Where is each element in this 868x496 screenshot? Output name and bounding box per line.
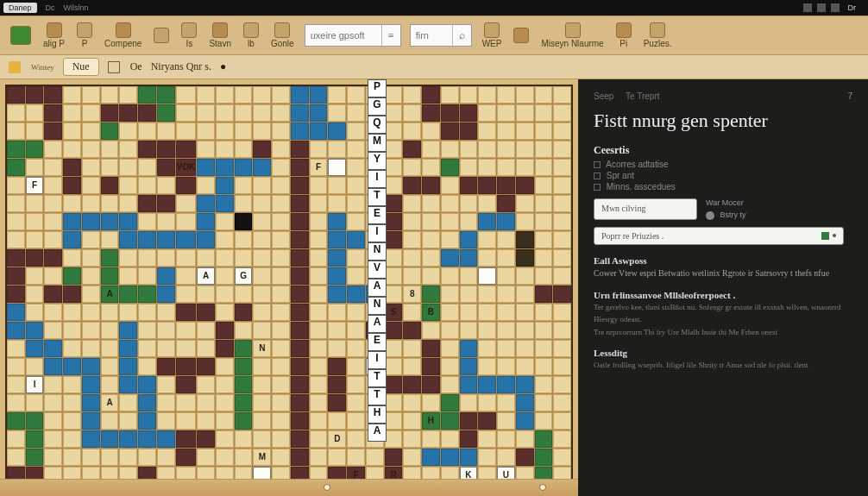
- grid-cell[interactable]: [63, 340, 81, 357]
- grid-cell[interactable]: [553, 340, 571, 357]
- grid-cell[interactable]: [119, 267, 137, 285]
- grid-cell[interactable]: [291, 394, 309, 411]
- grid-cell[interactable]: [422, 104, 440, 122]
- grid-cell[interactable]: [253, 304, 271, 321]
- grid-cell[interactable]: [403, 104, 421, 122]
- grid-cell[interactable]: [197, 322, 215, 339]
- grid-cell[interactable]: [82, 394, 100, 411]
- grid-cell[interactable]: [310, 358, 328, 375]
- grid-cell[interactable]: [216, 141, 234, 158]
- grid-cell[interactable]: [422, 231, 440, 248]
- grid-cell[interactable]: [119, 449, 137, 466]
- grid-cell[interactable]: [497, 340, 515, 357]
- grid-cell[interactable]: [497, 449, 515, 466]
- grid-cell[interactable]: [176, 358, 197, 375]
- grid-cell[interactable]: [26, 430, 44, 448]
- grid-cell[interactable]: [216, 104, 234, 122]
- grid-cell[interactable]: [478, 141, 496, 158]
- grid-cell[interactable]: [82, 104, 100, 122]
- grid-cell[interactable]: [119, 213, 137, 230]
- letter-cell[interactable]: H: [368, 405, 387, 424]
- grid-cell[interactable]: [63, 86, 81, 104]
- grid-cell[interactable]: [422, 286, 440, 303]
- grid-cell[interactable]: [7, 249, 25, 267]
- grid-cell[interactable]: [403, 376, 421, 393]
- grid-cell[interactable]: [235, 231, 253, 248]
- grid-cell[interactable]: [82, 286, 100, 303]
- grid-cell[interactable]: [553, 267, 571, 285]
- grid-cell[interactable]: [422, 394, 440, 411]
- grid-cell[interactable]: [44, 412, 62, 430]
- ribbon-btn-lb[interactable]: lb: [238, 21, 264, 50]
- grid-cell[interactable]: [310, 376, 328, 393]
- grid-cell[interactable]: [101, 177, 119, 194]
- ribbon-btn-stavn[interactable]: Stavn: [204, 21, 236, 50]
- grid-cell[interactable]: [385, 394, 403, 411]
- grid-cell[interactable]: [157, 177, 175, 194]
- grid-cell[interactable]: [460, 322, 478, 339]
- grid-cell[interactable]: [403, 177, 421, 194]
- grid-cell[interactable]: [460, 195, 478, 212]
- grid-cell[interactable]: [328, 231, 346, 248]
- grid-cell[interactable]: [216, 449, 234, 466]
- toggle-dot-icon[interactable]: [706, 211, 714, 220]
- grid-cell[interactable]: [216, 286, 234, 303]
- search-magnify-icon[interactable]: ⌕: [452, 25, 471, 46]
- grid-cell[interactable]: [7, 267, 25, 285]
- grid-cell[interactable]: [272, 177, 290, 194]
- grid-cell[interactable]: [385, 159, 403, 176]
- grid-cell[interactable]: [235, 104, 253, 122]
- grid-cell[interactable]: [403, 412, 421, 430]
- grid-cell[interactable]: [44, 249, 62, 267]
- grid-cell[interactable]: [553, 394, 571, 411]
- grid-cell[interactable]: [291, 358, 309, 375]
- grid-cell[interactable]: [44, 213, 62, 230]
- grid-cell[interactable]: [197, 213, 215, 230]
- grid-cell[interactable]: [272, 304, 290, 321]
- grid-cell[interactable]: [478, 195, 496, 212]
- grid-cell[interactable]: [535, 358, 553, 375]
- grid-cell[interactable]: [63, 231, 81, 248]
- grid-cell[interactable]: [101, 122, 119, 140]
- grid-cell[interactable]: [422, 159, 440, 176]
- ribbon-tail-puzzles[interactable]: Puzles.: [638, 21, 677, 50]
- grid-cell[interactable]: [291, 141, 309, 158]
- grid-cell[interactable]: [347, 86, 365, 104]
- grid-cell[interactable]: [138, 231, 156, 248]
- grid-cell[interactable]: [176, 177, 197, 194]
- grid-cell[interactable]: [328, 159, 346, 176]
- grid-cell[interactable]: [7, 358, 25, 375]
- grid-cell[interactable]: [216, 122, 234, 140]
- grid-cell[interactable]: [422, 195, 440, 212]
- grid-cell[interactable]: [235, 286, 253, 303]
- grid-cell[interactable]: [63, 322, 81, 339]
- grid-cell[interactable]: [497, 286, 515, 303]
- check-icon-2[interactable]: [594, 173, 601, 179]
- grid-cell[interactable]: [460, 358, 478, 375]
- grid-cell[interactable]: [101, 449, 119, 466]
- grid-cell[interactable]: [478, 231, 496, 248]
- grid-cell[interactable]: [253, 141, 271, 158]
- grid-cell[interactable]: [253, 286, 271, 303]
- grid-cell[interactable]: [119, 322, 137, 339]
- letter-cell[interactable]: A: [368, 424, 387, 442]
- grid-cell[interactable]: [7, 340, 25, 357]
- grid-cell[interactable]: [7, 449, 25, 466]
- grid-cell[interactable]: [478, 86, 496, 104]
- grid-cell[interactable]: [119, 340, 137, 357]
- grid-cell[interactable]: [385, 141, 403, 158]
- letter-cell[interactable]: G: [368, 97, 387, 116]
- grid-cell[interactable]: VOK: [176, 159, 197, 176]
- grid-cell[interactable]: [422, 122, 440, 140]
- search-input-1[interactable]: [305, 30, 381, 41]
- grid-cell[interactable]: [422, 340, 440, 357]
- grid-cell[interactable]: [176, 304, 197, 321]
- grid-cell[interactable]: [516, 412, 534, 430]
- grid-cell[interactable]: [216, 358, 234, 375]
- grid-cell[interactable]: [422, 86, 440, 104]
- grid-cell[interactable]: [441, 449, 459, 466]
- grid-cell[interactable]: [385, 122, 403, 140]
- grid-cell[interactable]: I: [26, 376, 44, 393]
- grid-cell[interactable]: [403, 213, 421, 230]
- grid-cell[interactable]: [253, 267, 271, 285]
